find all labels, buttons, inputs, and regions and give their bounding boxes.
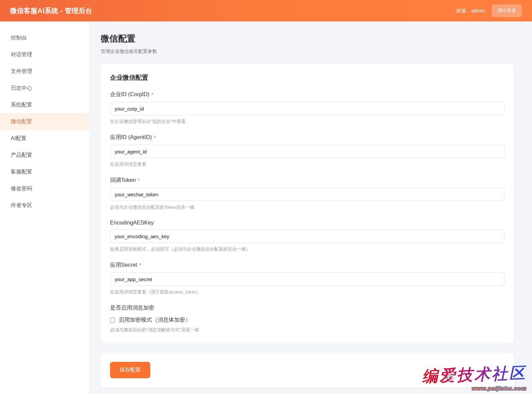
save-card: 保存配置	[101, 352, 514, 388]
sidebar-item-logs[interactable]: 日志中心	[0, 80, 90, 96]
encryption-label: 是否启用消息加密	[110, 304, 504, 312]
card-title: 企业微信配置	[110, 73, 504, 82]
page-subtitle: 管理企业微信相关配置参数	[101, 49, 514, 55]
agent-id-help: 在应用详情页查看	[110, 161, 504, 168]
sidebar-item-product-config[interactable]: 产品配置	[0, 147, 90, 163]
app-secret-label: 应用Secret *	[110, 261, 504, 269]
corp-id-label: 企业ID (CorpID) *	[110, 91, 504, 98]
field-label-text: 回调Token	[110, 177, 136, 184]
callback-token-input[interactable]	[110, 188, 504, 201]
sidebar-item-ai-config[interactable]: AI配置	[0, 130, 90, 147]
field-label-text: 应用ID (AgentID)	[110, 134, 152, 141]
page-title: 微信配置	[101, 33, 514, 45]
app-secret-help: 在应用详情页查看（用于获取access_token）	[110, 289, 504, 295]
encoding-aes-key-label: EncodingAESKey	[110, 219, 504, 226]
main-layout: 控制台 对话管理 文件管理 日志中心 系统配置 微信配置 AI配置 产品配置 客…	[0, 21, 532, 394]
required-asterisk: *	[154, 134, 156, 140]
field-label-text: EncodingAESKey	[110, 219, 154, 226]
save-config-button[interactable]: 保存配置	[110, 362, 150, 378]
required-asterisk: *	[151, 91, 153, 97]
encryption-help: 必须与微信后台的"消息加解密方式"设置一致	[110, 327, 504, 333]
logout-button[interactable]: 退出登录	[492, 4, 522, 17]
encryption-checkbox[interactable]	[110, 318, 115, 323]
callback-token-label: 回调Token *	[110, 177, 504, 184]
agent-id-input[interactable]	[110, 145, 504, 158]
top-bar: 微信客服AI系统 - 管理后台 欢迎，admin 退出登录	[0, 0, 532, 21]
sidebar-item-conversations[interactable]: 对话管理	[0, 46, 90, 63]
sidebar-item-change-password[interactable]: 修改密码	[0, 180, 90, 197]
encryption-checkbox-row[interactable]: 启用加密模式（消息体加密）	[110, 316, 504, 324]
required-asterisk: *	[139, 262, 141, 268]
sidebar-item-system-config[interactable]: 系统配置	[0, 96, 90, 113]
field-label-text: 企业ID (CorpID)	[110, 91, 149, 98]
top-bar-right: 欢迎，admin 退出登录	[456, 4, 522, 17]
encoding-aes-key-field: EncodingAESKey 如果启用加密模式，必须填写（必须与企业微信后台配置…	[110, 219, 504, 252]
field-label-text: 应用Secret	[110, 261, 137, 269]
agent-id-field: 应用ID (AgentID) * 在应用详情页查看	[110, 134, 504, 168]
app-title: 微信客服AI系统 - 管理后台	[10, 6, 92, 15]
encryption-checkbox-label: 启用加密模式（消息体加密）	[119, 316, 191, 324]
encoding-aes-key-input[interactable]	[110, 229, 504, 243]
wechat-config-card: 企业微信配置 企业ID (CorpID) * 在企业微信管理后台"我的企业"中查…	[101, 64, 514, 344]
sidebar-item-wechat-config[interactable]: 微信配置	[0, 113, 90, 130]
encoding-aes-key-help: 如果启用加密模式，必须填写（必须与企业微信后台配置的完全一致）	[110, 246, 504, 252]
sidebar-item-console[interactable]: 控制台	[0, 29, 90, 46]
sidebar-item-files[interactable]: 文件管理	[0, 63, 90, 80]
app-secret-field: 应用Secret * 在应用详情页查看（用于获取access_token）	[110, 261, 504, 295]
main-content: 微信配置 管理企业微信相关配置参数 企业微信配置 企业ID (CorpID) *…	[90, 21, 532, 394]
agent-id-label: 应用ID (AgentID) *	[110, 134, 504, 141]
sidebar-item-service-config[interactable]: 客服配置	[0, 163, 90, 180]
corp-id-input[interactable]	[110, 102, 504, 115]
app-secret-input[interactable]	[110, 272, 504, 286]
callback-token-field: 回调Token * 必须与企业微信后台配置的Token完全一致	[110, 177, 504, 210]
corp-id-field: 企业ID (CorpID) * 在企业微信管理后台"我的企业"中查看	[110, 91, 504, 125]
required-asterisk: *	[138, 177, 140, 183]
sidebar-item-author-zone[interactable]: 作者专区	[0, 197, 90, 214]
welcome-text: 欢迎，admin	[456, 8, 485, 14]
corp-id-help: 在企业微信管理后台"我的企业"中查看	[110, 119, 504, 125]
callback-token-help: 必须与企业微信后台配置的Token完全一致	[110, 204, 504, 210]
sidebar: 控制台 对话管理 文件管理 日志中心 系统配置 微信配置 AI配置 产品配置 客…	[0, 21, 90, 394]
encryption-section: 是否启用消息加密 启用加密模式（消息体加密） 必须与微信后台的"消息加解密方式"…	[110, 304, 504, 333]
